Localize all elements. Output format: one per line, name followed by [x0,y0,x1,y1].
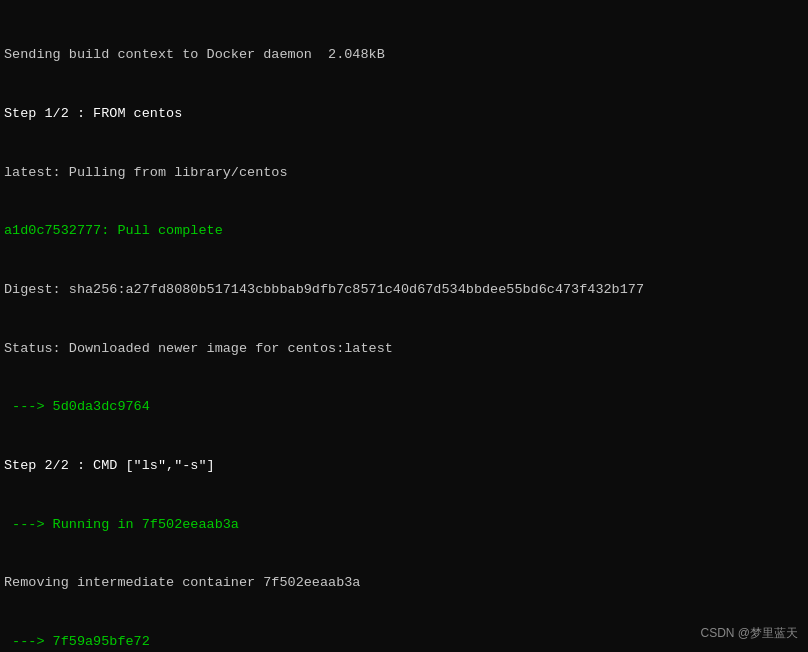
terminal-line-4: a1d0c7532777: Pull complete [4,221,804,241]
line-text: ---> Running in 7f502eeaab3a [4,517,239,532]
terminal-line-6: Status: Downloaded newer image for cento… [4,339,804,359]
terminal-line-11: ---> 7f59a95bfe72 [4,632,804,652]
terminal-line-7: ---> 5d0da3dc9764 [4,397,804,417]
line-text: ---> 5d0da3dc9764 [4,399,150,414]
line-text: a1d0c7532777: Pull complete [4,223,223,238]
line-text: Step 2/2 : CMD ["ls","-s"] [4,458,215,473]
terminal-window: Sending build context to Docker daemon 2… [0,0,808,652]
terminal-line-9: ---> Running in 7f502eeaab3a [4,515,804,535]
line-text: Digest: sha256:a27fd8080b517143cbbbab9df… [4,282,644,297]
terminal-output: Sending build context to Docker daemon 2… [4,6,804,652]
line-text: Step 1/2 : FROM centos [4,106,182,121]
terminal-line-1: Sending build context to Docker daemon 2… [4,45,804,65]
line-text: ---> 7f59a95bfe72 [4,634,150,649]
terminal-line-10: Removing intermediate container 7f502eea… [4,573,804,593]
line-text: Sending build context to Docker daemon 2… [4,47,385,62]
terminal-line-2: Step 1/2 : FROM centos [4,104,804,124]
line-text: latest: Pulling from library/centos [4,165,288,180]
watermark: CSDN @梦里蓝天 [700,625,798,642]
line-text: Status: Downloaded newer image for cento… [4,341,393,356]
terminal-line-8: Step 2/2 : CMD ["ls","-s"] [4,456,804,476]
line-text: Removing intermediate container 7f502eea… [4,575,360,590]
terminal-line-5: Digest: sha256:a27fd8080b517143cbbbab9df… [4,280,804,300]
terminal-line-3: latest: Pulling from library/centos [4,163,804,183]
